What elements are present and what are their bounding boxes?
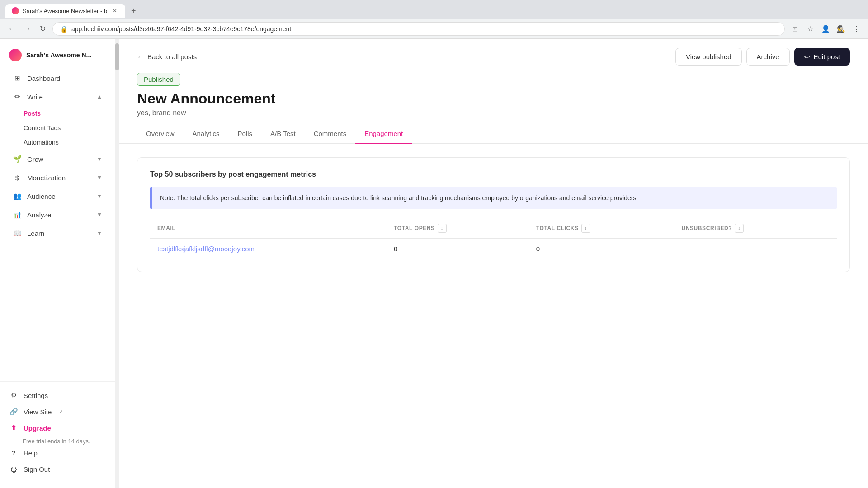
sidebar: Sarah's Awesome N... ⊞ Dashboard ✏ Write… xyxy=(0,39,115,488)
back-to-posts-link[interactable]: ← Back to all posts xyxy=(137,53,197,61)
sidebar-item-automations[interactable]: Automations xyxy=(0,135,115,150)
profile-icon[interactable]: 👤 xyxy=(819,23,832,35)
header-actions: View published Archive ✏ Edit post xyxy=(675,48,850,66)
pencil-icon: ✏ xyxy=(13,92,22,101)
sidebar-label-view-site: View Site xyxy=(24,408,52,416)
chevron-down-icon-learn: ▼ xyxy=(97,230,102,236)
table-head: EMAIL TOTAL OPENS ↕ xyxy=(150,218,837,239)
chevron-up-icon: ▲ xyxy=(97,94,102,100)
brand-name: Sarah's Awesome N... xyxy=(26,52,91,59)
tab-comments[interactable]: Comments xyxy=(305,124,356,144)
sort-opens-icon[interactable]: ↕ xyxy=(438,224,447,233)
col-total-clicks[interactable]: TOTAL CLICKS ↕ xyxy=(529,218,675,239)
col-total-opens[interactable]: TOTAL OPENS ↕ xyxy=(387,218,529,239)
sidebar-item-settings[interactable]: ⚙ Settings xyxy=(9,387,106,404)
table-row: testjdlfksjafkljsdfl@moodjoy.com 0 0 xyxy=(150,239,837,259)
edit-post-button[interactable]: ✏ Edit post xyxy=(794,48,850,66)
sidebar-label-grow: Grow xyxy=(27,155,91,163)
browser-controls: ← → ↻ xyxy=(5,23,49,35)
cell-total-clicks: 0 xyxy=(529,239,675,259)
content-body: Top 50 subscribers by post engagement me… xyxy=(119,144,868,488)
tab-ab-test[interactable]: A/B Test xyxy=(261,124,305,144)
col-unsubscribed[interactable]: UNSUBSCRIBED? ↕ xyxy=(674,218,837,239)
grid-icon: ⊞ xyxy=(13,74,22,83)
cast-icon[interactable]: ⊡ xyxy=(788,23,801,35)
main-content: ← Back to all posts View published Archi… xyxy=(119,39,868,488)
edit-icon: ✏ xyxy=(804,53,810,61)
chevron-down-icon-analyze: ▼ xyxy=(97,211,102,218)
sidebar-label-automations: Automations xyxy=(24,139,59,146)
post-title: New Announcement xyxy=(137,90,850,107)
table-container: EMAIL TOTAL OPENS ↕ xyxy=(150,218,837,259)
arrow-left-icon: ← xyxy=(137,53,144,61)
app-container: Sarah's Awesome N... ⊞ Dashboard ✏ Write… xyxy=(0,39,868,488)
chevron-down-icon: ▼ xyxy=(97,156,102,162)
email-link[interactable]: testjdlfksjafkljsdfl@moodjoy.com xyxy=(157,245,255,253)
sort-unsub-icon[interactable]: ↕ xyxy=(735,224,744,233)
forward-button[interactable]: → xyxy=(21,23,33,35)
sidebar-label-learn: Learn xyxy=(27,230,91,237)
sprout-icon: 🌱 xyxy=(13,155,22,164)
tab-engagement[interactable]: Engagement xyxy=(355,124,412,144)
chart-icon: 📊 xyxy=(13,210,22,219)
status-badge: Published xyxy=(137,73,180,86)
sidebar-item-posts[interactable]: Posts xyxy=(0,106,115,121)
chevron-down-icon-audience: ▼ xyxy=(97,193,102,199)
sidebar-scrollbar[interactable] xyxy=(115,39,119,488)
archive-button[interactable]: Archive xyxy=(746,48,790,66)
cell-total-opens: 0 xyxy=(387,239,529,259)
sidebar-item-sign-out[interactable]: ⏻ Sign Out xyxy=(9,461,106,477)
url-display: app.beehiiv.com/posts/d3e46a97-f642-4d91… xyxy=(71,25,777,33)
sidebar-label-dashboard: Dashboard xyxy=(27,75,102,82)
sidebar-label-audience: Audience xyxy=(27,192,91,200)
sidebar-item-audience[interactable]: 👥 Audience ▼ xyxy=(4,187,111,205)
menu-icon[interactable]: ⋮ xyxy=(850,23,863,35)
free-trial-note: Free trial ends in 14 days. xyxy=(9,436,106,445)
sidebar-nav: ⊞ Dashboard ✏ Write ▲ Posts Content Tags… xyxy=(0,69,115,381)
sidebar-label-settings: Settings xyxy=(24,392,48,399)
sort-clicks-icon[interactable]: ↕ xyxy=(581,224,590,233)
tab-overview[interactable]: Overview xyxy=(137,124,184,144)
header-top: ← Back to all posts View published Archi… xyxy=(137,48,850,66)
active-tab[interactable]: Sarah's Awesome Newsletter - b ✕ xyxy=(5,4,125,18)
sidebar-item-analyze[interactable]: 📊 Analyze ▼ xyxy=(4,206,111,224)
sidebar-item-monetization[interactable]: $ Monetization ▼ xyxy=(4,169,111,187)
sidebar-item-view-site[interactable]: 🔗 View Site ↗ xyxy=(9,404,106,420)
sidebar-brand: Sarah's Awesome N... xyxy=(0,44,115,69)
tab-title: Sarah's Awesome Newsletter - b xyxy=(23,8,107,14)
address-bar[interactable]: 🔒 app.beehiiv.com/posts/d3e46a97-f642-4d… xyxy=(52,22,785,36)
tab-close-button[interactable]: ✕ xyxy=(111,7,119,15)
sign-out-icon: ⏻ xyxy=(9,465,18,474)
sidebar-label-content-tags: Content Tags xyxy=(24,124,61,131)
sidebar-item-content-tags[interactable]: Content Tags xyxy=(0,121,115,135)
tab-favicon xyxy=(12,7,19,14)
sidebar-item-help[interactable]: ? Help xyxy=(9,445,106,461)
lock-icon: 🔒 xyxy=(60,25,68,33)
section-title: Top 50 subscribers by post engagement me… xyxy=(150,170,837,178)
sidebar-item-write[interactable]: ✏ Write ▲ xyxy=(4,88,111,106)
bookmark-icon[interactable]: ☆ xyxy=(804,23,816,35)
new-tab-button[interactable]: + xyxy=(127,5,140,17)
sidebar-item-dashboard[interactable]: ⊞ Dashboard xyxy=(4,69,111,87)
tab-analytics[interactable]: Analytics xyxy=(184,124,229,144)
sidebar-bottom: ⚙ Settings 🔗 View Site ↗ ⬆ Upgrade Free … xyxy=(0,381,115,483)
sidebar-item-upgrade[interactable]: ⬆ Upgrade xyxy=(9,420,106,436)
edit-post-label: Edit post xyxy=(814,53,840,61)
note-box: Note: The total clicks per subscriber ca… xyxy=(150,187,837,209)
view-published-button[interactable]: View published xyxy=(675,48,742,66)
incognito-icon[interactable]: 🕵 xyxy=(835,23,847,35)
tab-polls[interactable]: Polls xyxy=(229,124,262,144)
settings-icon: ⚙ xyxy=(9,391,18,400)
back-button[interactable]: ← xyxy=(5,23,18,35)
cell-email: testjdlfksjafkljsdfl@moodjoy.com xyxy=(150,239,387,259)
sidebar-scrollbar-thumb[interactable] xyxy=(115,43,119,70)
sidebar-item-grow[interactable]: 🌱 Grow ▼ xyxy=(4,150,111,168)
total-clicks-label: TOTAL CLICKS xyxy=(536,225,579,231)
post-subtitle: yes, brand new xyxy=(137,109,850,117)
tab-bar: Sarah's Awesome Newsletter - b ✕ + xyxy=(0,0,868,19)
engagement-table: EMAIL TOTAL OPENS ↕ xyxy=(150,218,837,259)
reload-button[interactable]: ↻ xyxy=(36,23,49,35)
total-opens-label: TOTAL OPENS xyxy=(394,225,435,231)
book-icon: 📖 xyxy=(13,229,22,238)
sidebar-item-learn[interactable]: 📖 Learn ▼ xyxy=(4,224,111,242)
